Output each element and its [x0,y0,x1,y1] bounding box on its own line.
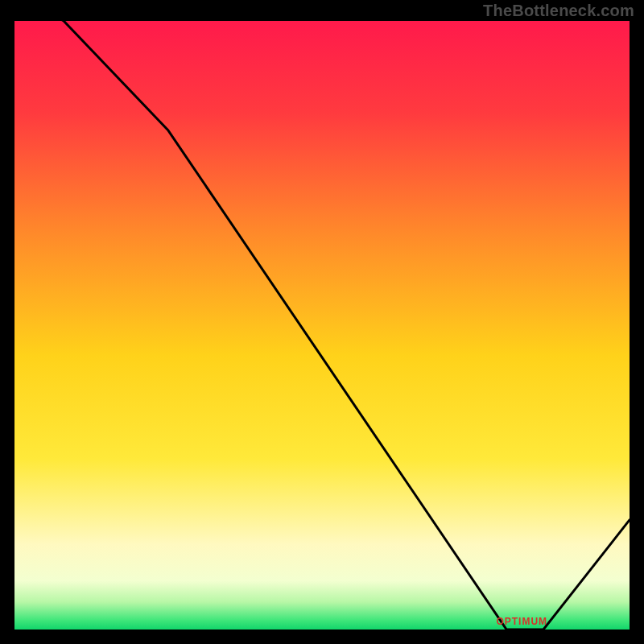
plot-area: OPTIMUM [14,21,630,630]
gradient-background [14,21,630,630]
chart-svg: OPTIMUM [14,21,630,630]
optimum-label: OPTIMUM [496,616,547,627]
plot-frame: OPTIMUM [14,21,630,630]
chart-stage: TheBottleneck.com OPTIMUM [0,0,644,644]
attribution-text: TheBottleneck.com [483,2,634,20]
